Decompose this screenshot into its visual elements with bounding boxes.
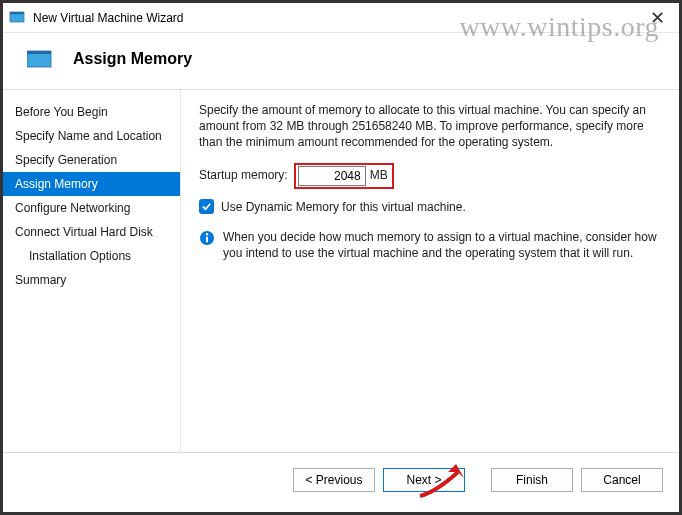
wizard-content: Specify the amount of memory to allocate… (181, 90, 679, 452)
dynamic-memory-label: Use Dynamic Memory for this virtual mach… (221, 199, 466, 215)
startup-memory-row: Startup memory: MB (199, 163, 661, 189)
dynamic-memory-checkbox[interactable] (199, 199, 214, 214)
description-text: Specify the amount of memory to allocate… (199, 102, 661, 151)
wizard-header: Assign Memory (3, 33, 679, 90)
app-icon (9, 10, 25, 26)
step-configure-networking[interactable]: Configure Networking (3, 196, 180, 220)
step-specify-name[interactable]: Specify Name and Location (3, 124, 180, 148)
svg-rect-3 (27, 51, 51, 54)
step-specify-generation[interactable]: Specify Generation (3, 148, 180, 172)
startup-memory-unit: MB (370, 167, 388, 183)
cancel-button[interactable]: Cancel (581, 468, 663, 492)
startup-memory-label: Startup memory: (199, 167, 288, 183)
titlebar: New Virtual Machine Wizard ✕ (3, 3, 679, 33)
info-row: When you decide how much memory to assig… (199, 229, 661, 261)
step-summary[interactable]: Summary (3, 268, 180, 292)
info-icon (199, 230, 215, 246)
page-title: Assign Memory (73, 50, 192, 68)
next-button[interactable]: Next > (383, 468, 465, 492)
svg-point-5 (206, 233, 208, 235)
info-text: When you decide how much memory to assig… (223, 229, 661, 261)
wizard-steps-sidebar: Before You Begin Specify Name and Locati… (3, 90, 181, 452)
startup-memory-input[interactable] (298, 166, 366, 186)
startup-memory-highlight: MB (294, 163, 394, 189)
finish-button[interactable]: Finish (491, 468, 573, 492)
previous-button[interactable]: < Previous (293, 468, 375, 492)
step-before-you-begin[interactable]: Before You Begin (3, 100, 180, 124)
svg-rect-6 (206, 236, 208, 242)
step-connect-vhd[interactable]: Connect Virtual Hard Disk (3, 220, 180, 244)
wizard-header-icon (27, 49, 55, 69)
wizard-footer: < Previous Next > Finish Cancel (3, 452, 679, 506)
step-installation-options[interactable]: Installation Options (3, 244, 180, 268)
step-assign-memory[interactable]: Assign Memory (3, 172, 180, 196)
window-title: New Virtual Machine Wizard (33, 11, 642, 25)
svg-rect-1 (10, 12, 24, 14)
close-icon[interactable]: ✕ (642, 7, 673, 29)
dynamic-memory-row: Use Dynamic Memory for this virtual mach… (199, 199, 661, 215)
